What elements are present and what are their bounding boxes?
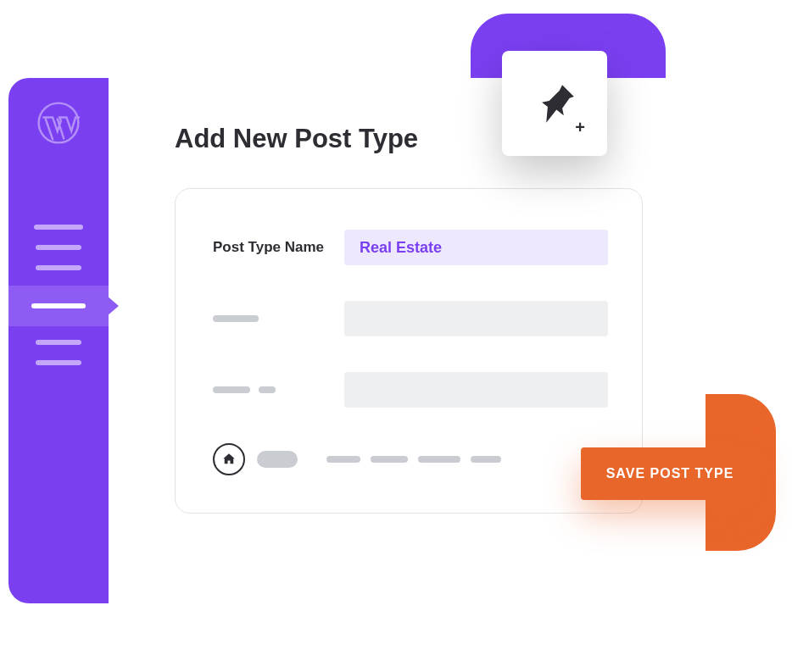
sidebar-menu-item[interactable] bbox=[36, 340, 81, 345]
main-content: Add New Post Type Post Type Name Real Es… bbox=[109, 78, 706, 603]
form-row-post-type-name: Post Type Name Real Estate bbox=[213, 230, 608, 265]
sidebar-menu-item-active[interactable] bbox=[8, 286, 109, 326]
post-type-name-input[interactable]: Real Estate bbox=[344, 230, 608, 265]
text-input-placeholder[interactable] bbox=[344, 301, 608, 336]
sidebar bbox=[8, 78, 109, 603]
sidebar-menu-item[interactable] bbox=[34, 225, 83, 230]
form-card: Post Type Name Real Estate bbox=[175, 188, 643, 514]
sidebar-menu-item[interactable] bbox=[36, 360, 81, 365]
field-label-placeholder bbox=[213, 386, 344, 393]
field-label-placeholder bbox=[213, 315, 344, 322]
active-indicator-arrow bbox=[107, 296, 119, 316]
option-dashes-placeholder bbox=[326, 456, 501, 463]
form-bottom-row bbox=[213, 443, 608, 475]
post-type-name-label: Post Type Name bbox=[213, 239, 344, 256]
sidebar-menu-item[interactable] bbox=[36, 245, 81, 250]
app-window: Add New Post Type Post Type Name Real Es… bbox=[8, 78, 706, 603]
sidebar-menu-item[interactable] bbox=[36, 265, 81, 270]
text-input-placeholder[interactable] bbox=[344, 372, 608, 408]
home-icon-button[interactable] bbox=[213, 443, 245, 475]
post-type-name-value: Real Estate bbox=[360, 239, 442, 257]
post-type-icon-card: + bbox=[502, 51, 607, 156]
wordpress-logo-icon bbox=[37, 102, 80, 144]
plus-icon: + bbox=[575, 118, 585, 137]
home-icon bbox=[221, 452, 237, 467]
option-pill-placeholder bbox=[257, 451, 298, 468]
save-post-type-button[interactable]: SAVE POST TYPE bbox=[581, 447, 759, 500]
form-row-placeholder bbox=[213, 372, 608, 408]
pin-icon bbox=[532, 81, 578, 127]
form-row-placeholder bbox=[213, 301, 608, 336]
